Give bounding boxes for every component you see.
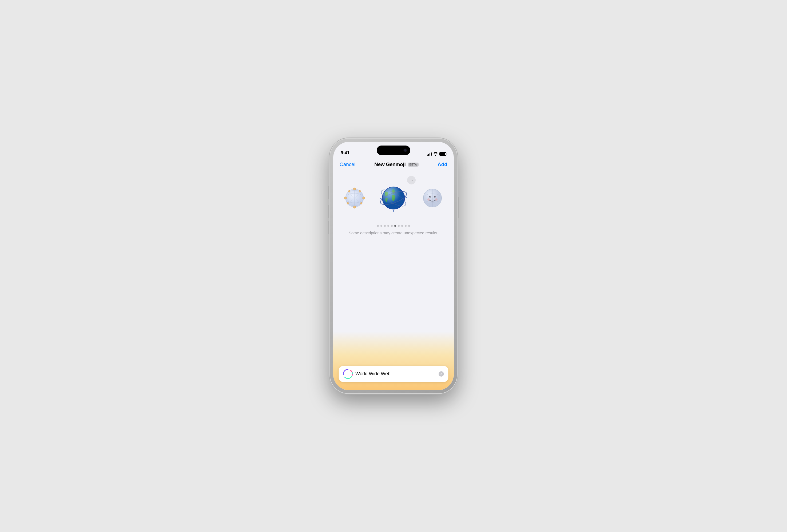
text-cursor: [391, 372, 391, 377]
status-right: [427, 152, 446, 156]
battery-icon: [440, 152, 446, 156]
lattice-globe-icon: [343, 186, 366, 210]
signal-bar-2: [428, 154, 429, 156]
svg-point-13: [348, 190, 350, 192]
svg-point-8: [363, 197, 365, 199]
camera-dot: [404, 149, 407, 152]
svg-point-20: [380, 198, 382, 199]
globe-face-icon: [421, 186, 444, 210]
emoji-carousel-section: ···: [333, 170, 454, 244]
svg-point-7: [354, 187, 356, 190]
search-input-text: World Wide Web: [355, 371, 437, 377]
page-dot-1[interactable]: [377, 225, 379, 227]
signal-bars-icon: [427, 152, 432, 156]
page-dot-8[interactable]: [401, 225, 403, 227]
search-value: World Wide Web: [355, 371, 390, 376]
dynamic-island: [377, 146, 410, 155]
svg-point-10: [344, 197, 346, 199]
page-dot-2[interactable]: [380, 225, 382, 227]
svg-point-12: [360, 202, 362, 204]
svg-point-9: [354, 206, 356, 208]
svg-point-21: [393, 210, 394, 212]
page-dot-5[interactable]: [391, 225, 393, 227]
svg-point-32: [427, 198, 430, 201]
svg-point-33: [435, 198, 438, 201]
page-title: New Genmoji: [374, 161, 405, 168]
emoji-item-right[interactable]: [418, 183, 447, 213]
emoji-carousel: ···: [333, 175, 454, 221]
signal-bar-4: [431, 152, 432, 156]
battery-fill: [440, 153, 445, 155]
page-dot-3[interactable]: [384, 225, 386, 227]
nav-title-wrapper: New Genmoji BETA: [374, 161, 419, 168]
search-input-wrapper[interactable]: World Wide Web ×: [339, 366, 448, 382]
pagination-dots: [333, 225, 454, 227]
svg-point-31: [435, 196, 435, 196]
svg-point-14: [347, 202, 349, 204]
page-dot-7[interactable]: [398, 225, 400, 227]
svg-point-11: [359, 190, 361, 192]
warning-text: Some descriptions may create unexpected …: [333, 230, 454, 236]
page-dot-4[interactable]: [387, 225, 389, 227]
signal-bar-3: [429, 153, 430, 156]
svg-point-30: [430, 196, 431, 196]
emoji-item-left[interactable]: [340, 183, 369, 213]
emoji-item-center[interactable]: ···: [374, 178, 413, 218]
beta-badge: BETA: [408, 162, 418, 167]
content-area: Cancel New Genmoji BETA Add: [333, 157, 454, 390]
add-button[interactable]: Add: [438, 161, 447, 168]
cancel-button[interactable]: Cancel: [340, 161, 355, 168]
svg-point-19: [405, 197, 407, 198]
phone-screen: 9:41: [333, 142, 454, 390]
signal-bar-1: [427, 155, 428, 156]
page-dot-6[interactable]: [394, 225, 396, 227]
more-options-button[interactable]: ···: [407, 176, 416, 184]
navigation-bar: Cancel New Genmoji BETA Add: [333, 157, 454, 170]
page-dot-9[interactable]: [405, 225, 407, 227]
clear-search-button[interactable]: ×: [439, 371, 444, 377]
world-globe-icon: [378, 182, 409, 214]
bottom-area: World Wide Web ×: [333, 332, 454, 390]
status-time: 9:41: [341, 150, 349, 156]
wifi-icon: [433, 152, 438, 156]
phone-frame: 9:41: [329, 138, 458, 394]
phone-frame-wrapper: 9:41: [329, 138, 458, 394]
page-dot-10[interactable]: [408, 225, 410, 227]
genmoji-search-icon: [343, 369, 353, 379]
